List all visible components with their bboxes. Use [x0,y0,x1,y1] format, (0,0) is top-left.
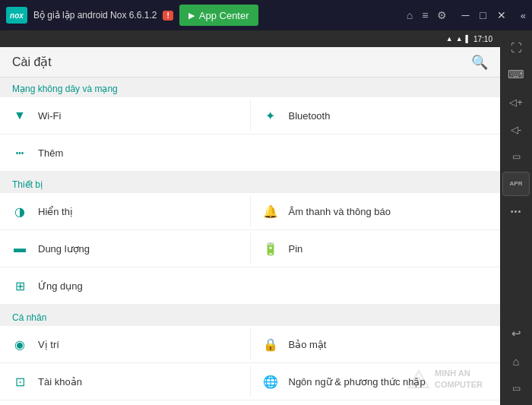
title-bar: nox Bộ giả lập android Nox 6.6.1.2 ! ▶ A… [0,0,532,30]
home-button[interactable]: ⌂ [502,349,530,373]
android-area: ▲ ▲ ▌ 17:10 Cài đặt 🔍 Mạng không dây và … [0,30,500,405]
more-icon: ••• [12,149,27,157]
keyboard-button[interactable]: ⌨ [502,62,530,87]
back-button[interactable]: ↩ [502,321,530,346]
security-item[interactable]: 🔒 Bảo mật [251,326,501,362]
security-label: Bảo mật [289,339,327,350]
backup-item[interactable]: ☁ Sao lưu & đặt lại [0,400,500,405]
audio-icon: 🔔 [263,204,278,219]
section-network: Mạng không dây và mạng ▼ Wi-Fi ✦ Bluetoo… [0,78,500,172]
apps-item[interactable]: ⊞ Ứng dụng [0,267,500,304]
battery-label: Pin [289,243,303,255]
display-label: Hiển thị [38,206,73,217]
fullscreen-button[interactable]: ⛶ [502,35,530,59]
wifi-icon: ▼ [12,109,27,122]
title-controls: ⌂ ≡ ⚙ ─ □ ✕ « [407,9,526,21]
display-icon: ◑ [12,204,27,219]
bluetooth-item[interactable]: ✦ Bluetooth [251,97,501,134]
nox-logo: nox [6,7,27,24]
more-dots-icon: ••• [511,207,522,216]
battery-icon: ▌ [466,35,470,43]
apps-label: Ứng dụng [38,280,83,292]
personal-row-3: ☁ Sao lưu & đặt lại [0,400,500,405]
svg-marker-1 [412,375,426,386]
network-row-2: ••• Thêm [0,134,500,172]
bluetooth-label: Bluetooth [289,110,331,122]
screen-icon: ▭ [512,151,521,162]
location-icon: ◉ [12,337,27,352]
app-title: Bộ giả lập android Nox 6.6.1.2 [33,10,157,21]
display-item[interactable]: ◑ Hiển thị [0,193,250,229]
apr-button[interactable]: APR [502,172,530,196]
android-toolbar: Cài đặt 🔍 [0,47,500,78]
language-icon: 🌐 [263,375,278,389]
more-label: Thêm [38,147,63,159]
security-icon: 🔒 [263,337,278,352]
alert-badge: ! [163,11,173,21]
volume-down-button[interactable]: ◁- [502,117,530,141]
android-statusbar: ▲ ▲ ▌ 17:10 [0,30,500,47]
network-row-1: ▼ Wi-Fi ✦ Bluetooth [0,97,500,134]
nox-logo-icon: nox [6,7,27,24]
search-icon[interactable]: 🔍 [471,54,488,71]
app-center-label: App Center [199,10,249,21]
section-network-header: Mạng không dây và mạng [0,78,500,97]
device-row-1: ◑ Hiển thị 🔔 Âm thanh và thông báo [0,193,500,230]
apps-icon: ⊞ [12,279,27,293]
wifi-label: Wi-Fi [38,110,61,122]
watermark: MINH AN COMPUTER [407,368,483,390]
restore-button[interactable]: □ [477,9,488,21]
volume-up-icon: ◁+ [509,97,523,108]
battery-item[interactable]: 🔋 Pin [251,230,501,267]
fullscreen-icon: ⛶ [511,41,522,54]
home-icon: ⌂ [512,355,519,368]
wifi-status-icon: ▲ [446,35,453,43]
settings-icon[interactable]: ⚙ [437,9,447,21]
more-options-button[interactable]: ••• [502,199,530,223]
accounts-icon: ⊡ [12,375,27,389]
settings-content: Mạng không dây và mạng ▼ Wi-Fi ✦ Bluetoo… [0,78,500,405]
status-time: 17:10 [473,35,492,43]
menu-icon[interactable]: ≡ [422,9,428,21]
app-center-button[interactable]: ▶ App Center [179,5,258,26]
device-row-3: ⊞ Ứng dụng [0,267,500,305]
more-item[interactable]: ••• Thêm [0,134,500,171]
watermark-text: MINH AN COMPUTER [435,368,483,390]
watermark-icon [407,369,430,389]
screen-button[interactable]: ▭ [502,144,530,169]
device-row-2: ▬ Dung lượng 🔋 Pin [0,230,500,267]
signal-status-icon: ▲ [456,35,463,43]
bluetooth-icon: ✦ [263,109,278,123]
audio-label: Âm thanh và thông báo [289,206,391,217]
recent-button[interactable]: ▭ [502,376,530,400]
wifi-item[interactable]: ▼ Wi-Fi [0,97,250,134]
volume-down-icon: ◁- [511,124,521,135]
volume-up-button[interactable]: ◁+ [502,90,530,114]
page-title: Cài đặt [12,55,52,69]
language-label: Ngôn ngữ & phương thức nhập [289,376,426,388]
accounts-label: Tài khoản [38,376,82,388]
personal-row-1: ◉ Vị trí 🔒 Bảo mật [0,326,500,363]
storage-item[interactable]: ▬ Dung lượng [0,230,250,267]
storage-icon: ▬ [12,242,27,255]
keyboard-icon: ⌨ [508,68,524,81]
accounts-item[interactable]: ⊡ Tài khoản [0,363,250,400]
location-item[interactable]: ◉ Vị trí [0,326,250,362]
section-personal: Cá nhân ◉ Vị trí 🔒 Bảo mật [0,306,500,405]
battery-settings-icon: 🔋 [263,242,278,256]
audio-item[interactable]: 🔔 Âm thanh và thông báo [251,193,501,229]
right-sidebar: ⛶ ⌨ ◁+ ◁- ▭ APR ••• ↩ ⌂ ▭ [500,30,532,405]
recent-icon: ▭ [512,383,521,394]
section-personal-header: Cá nhân [0,306,500,326]
back-arrow-icon[interactable]: « [521,10,526,21]
apr-icon: APR [510,181,523,187]
play-icon: ▶ [188,11,195,21]
back-icon: ↩ [511,327,521,340]
close-button[interactable]: ✕ [495,9,508,21]
home-icon[interactable]: ⌂ [407,9,413,21]
location-label: Vị trí [38,339,59,350]
section-device: Thiết bị ◑ Hiển thị 🔔 Âm thanh và thông … [0,173,500,305]
storage-label: Dung lượng [38,243,90,255]
section-device-header: Thiết bị [0,173,500,193]
minimize-button[interactable]: ─ [459,9,471,21]
